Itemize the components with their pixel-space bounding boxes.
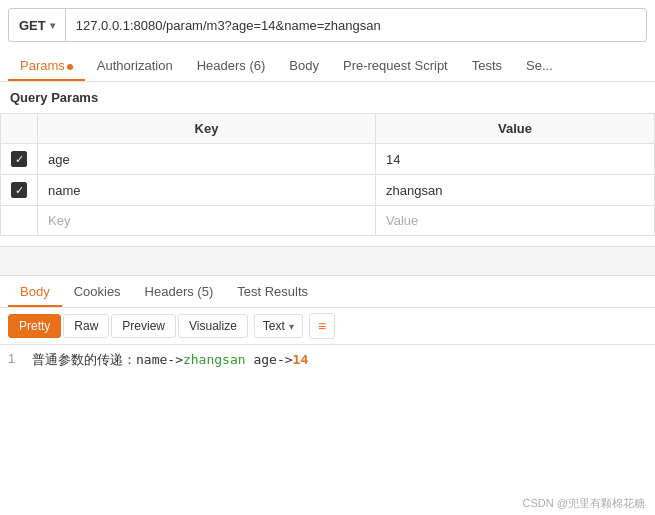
format-visualize-button[interactable]: Visualize [178, 314, 248, 338]
format-type-dropdown[interactable]: Text ▾ [254, 314, 303, 338]
tab-cookies[interactable]: Cookies [62, 276, 133, 307]
format-pretty-button[interactable]: Pretty [8, 314, 61, 338]
method-label: GET [19, 18, 46, 33]
top-tabs-bar: Params Authorization Headers (6) Body Pr… [0, 50, 655, 82]
tab-tests[interactable]: Tests [460, 50, 514, 81]
filter-icon-button[interactable]: ≡ [309, 313, 335, 339]
query-params-label: Query Params [0, 82, 655, 113]
params-table: Key Value ✓ age 14 [0, 113, 655, 236]
tab-params[interactable]: Params [8, 50, 85, 81]
bottom-tabs-bar: Body Cookies Headers (5) Test Results [0, 276, 655, 308]
format-bar: Pretty Raw Preview Visualize Text ▾ ≡ [0, 308, 655, 345]
checkbox-cell: ✓ [11, 151, 27, 167]
key-cell-empty[interactable]: Key [38, 206, 376, 236]
response-age-value: 14 [293, 352, 309, 367]
key-cell-age[interactable]: age [38, 144, 376, 175]
checkbox-cell: ✓ [11, 182, 27, 198]
value-cell-age[interactable]: 14 [376, 144, 655, 175]
divider-area [0, 246, 655, 276]
url-input[interactable] [66, 18, 646, 33]
tab-authorization[interactable]: Authorization [85, 50, 185, 81]
col-header-value: Value [376, 114, 655, 144]
method-chevron: ▾ [50, 20, 55, 31]
line-number: 1 [8, 351, 20, 369]
dropdown-chevron: ▾ [289, 321, 294, 332]
checkbox-name[interactable]: ✓ [11, 182, 27, 198]
col-header-checkbox [1, 114, 38, 144]
filter-icon: ≡ [318, 318, 326, 334]
tab-body[interactable]: Body [277, 50, 331, 81]
format-raw-button[interactable]: Raw [63, 314, 109, 338]
value-cell-name[interactable]: zhangsan [376, 175, 655, 206]
col-header-key: Key [38, 114, 376, 144]
table-row-empty: Key Value [1, 206, 655, 236]
key-cell-name[interactable]: name [38, 175, 376, 206]
response-name-value: zhangsan [183, 352, 246, 367]
response-body: 1 普通参数的传递：name->zhangsan age->14 [0, 345, 655, 375]
table-row: ✓ name zhangsan [1, 175, 655, 206]
response-prefix: 普通参数的传递：name-> [32, 352, 183, 367]
watermark: CSDN @兜里有颗棉花糖 [523, 496, 645, 511]
checkbox-age[interactable]: ✓ [11, 151, 27, 167]
tab-headers[interactable]: Headers (6) [185, 50, 278, 81]
tab-response-body[interactable]: Body [8, 276, 62, 307]
table-row: ✓ age 14 [1, 144, 655, 175]
tab-settings[interactable]: Se... [514, 50, 565, 81]
tab-response-headers[interactable]: Headers (5) [133, 276, 226, 307]
value-cell-empty[interactable]: Value [376, 206, 655, 236]
tab-test-results[interactable]: Test Results [225, 276, 320, 307]
params-dot [67, 64, 73, 70]
format-preview-button[interactable]: Preview [111, 314, 176, 338]
tab-pre-request-script[interactable]: Pre-request Script [331, 50, 460, 81]
method-selector[interactable]: GET ▾ [9, 9, 66, 41]
response-age-label: age-> [246, 352, 293, 367]
response-content: 普通参数的传递：name->zhangsan age->14 [32, 351, 308, 369]
url-bar: GET ▾ [8, 8, 647, 42]
